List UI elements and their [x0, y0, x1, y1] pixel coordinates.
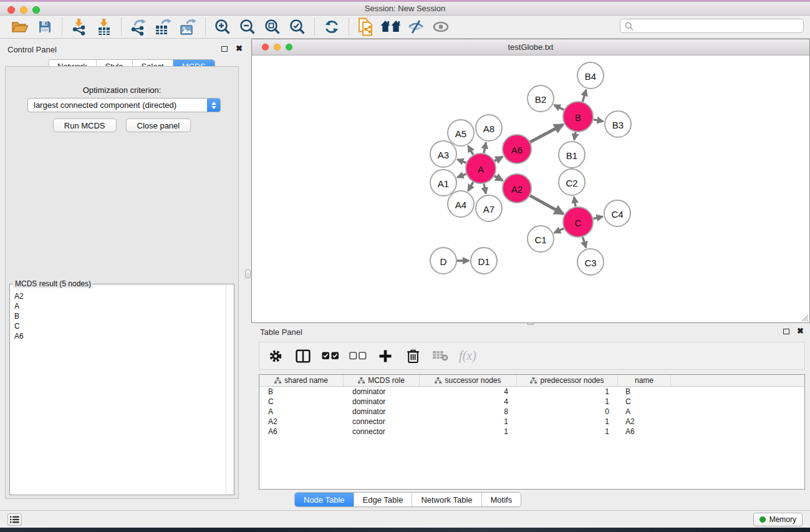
- network-canvas[interactable]: AA1A2A3A4A5A6A7A8BB1B2B3B4CC1C2C3C4DD1: [252, 56, 809, 323]
- tab-motifs[interactable]: Motifs: [481, 493, 521, 506]
- cell-shared-name[interactable]: C: [259, 397, 344, 407]
- graph-edge-C-C2[interactable]: [574, 197, 576, 207]
- show-all-button[interactable]: [428, 17, 453, 37]
- cell-mcds-role[interactable]: dominator: [344, 387, 420, 397]
- column-header-name[interactable]: name: [618, 375, 671, 386]
- graph-edge-A-A1[interactable]: [457, 174, 466, 178]
- open-file-button[interactable]: [7, 17, 32, 37]
- cell-successor[interactable]: 8: [420, 407, 517, 417]
- graph-edge-A-A5[interactable]: [468, 146, 473, 155]
- table-row[interactable]: A2 connector 1 1 A2: [259, 417, 804, 427]
- cell-name[interactable]: A2: [618, 417, 671, 427]
- result-item[interactable]: C: [14, 321, 221, 331]
- network-minimize-button[interactable]: [274, 44, 281, 51]
- cell-name[interactable]: C: [618, 397, 671, 407]
- tab-edge-table[interactable]: Edge Table: [354, 493, 412, 506]
- delete-table-button[interactable]: [429, 345, 451, 367]
- result-scrollbar[interactable]: [226, 285, 234, 494]
- graph-edge-A-A7[interactable]: [484, 184, 486, 194]
- maximize-window-button[interactable]: [32, 6, 40, 14]
- cell-predecessor[interactable]: 1: [517, 427, 618, 437]
- cell-shared-name[interactable]: A6: [259, 427, 344, 437]
- graph-edge-B-B4[interactable]: [582, 90, 586, 102]
- cell-predecessor[interactable]: 0: [517, 407, 618, 417]
- close-window-button[interactable]: [7, 6, 15, 14]
- graph-edge-A6-B[interactable]: [530, 125, 563, 142]
- cell-shared-name[interactable]: A: [259, 407, 344, 417]
- column-header-shared-name[interactable]: shared name: [259, 375, 344, 386]
- table-settings-button[interactable]: [264, 345, 287, 367]
- zoom-out-button[interactable]: [235, 17, 260, 37]
- graph-edge-A2-C[interactable]: [530, 196, 563, 214]
- result-item[interactable]: A6: [14, 331, 221, 341]
- export-network-button[interactable]: [126, 17, 151, 37]
- control-panel-float-icon[interactable]: [221, 46, 228, 52]
- zoom-selected-button[interactable]: [285, 17, 310, 37]
- add-column-button[interactable]: [374, 345, 397, 367]
- result-item[interactable]: A: [14, 301, 221, 311]
- zoom-in-button[interactable]: [210, 17, 235, 37]
- network-close-button[interactable]: [262, 44, 269, 51]
- minimize-window-button[interactable]: [20, 6, 27, 14]
- dropdown-stepper[interactable]: [207, 99, 220, 112]
- export-image-button[interactable]: [176, 17, 201, 37]
- toolbar-search-field[interactable]: [620, 19, 804, 33]
- table-row[interactable]: B dominator 4 1 B: [259, 387, 804, 397]
- zoom-fit-button[interactable]: [260, 17, 285, 37]
- control-panel-close-icon[interactable]: ✖: [236, 46, 243, 52]
- apply-layout-button[interactable]: [319, 17, 344, 37]
- column-header-predecessor-nodes[interactable]: predecessor nodes: [517, 375, 618, 386]
- graph-edge-B-B3[interactable]: [594, 120, 604, 122]
- search-input[interactable]: [637, 22, 799, 31]
- column-header-mcds-role[interactable]: MCDS role: [344, 375, 420, 386]
- cell-successor[interactable]: 1: [420, 427, 517, 437]
- table-panel-float-icon[interactable]: [783, 329, 789, 334]
- delete-columns-button[interactable]: [402, 345, 424, 367]
- task-history-button[interactable]: [7, 513, 22, 526]
- table-row[interactable]: A dominator 8 0 A: [259, 407, 804, 417]
- cell-predecessor[interactable]: 1: [517, 387, 618, 397]
- tab-node-table[interactable]: Node Table: [295, 493, 354, 506]
- cell-mcds-role[interactable]: connector: [344, 427, 420, 437]
- show-columns-button[interactable]: [292, 345, 314, 367]
- close-panel-button[interactable]: Close panel: [126, 118, 191, 132]
- run-mcds-button[interactable]: Run MCDS: [53, 118, 117, 132]
- window-resize-grip[interactable]: [799, 312, 809, 322]
- mcds-result-list[interactable]: A2 A B C A6: [11, 288, 225, 494]
- import-table-button[interactable]: [92, 17, 117, 37]
- import-network-button[interactable]: [67, 17, 92, 37]
- cell-mcds-role[interactable]: connector: [344, 417, 420, 427]
- cell-predecessor[interactable]: 1: [517, 417, 618, 427]
- select-all-button[interactable]: [319, 345, 342, 367]
- panel-divider-grip[interactable]: [245, 269, 251, 278]
- network-maximize-button[interactable]: [286, 44, 292, 51]
- column-header-successor-nodes[interactable]: successor nodes: [420, 375, 517, 386]
- graph-edge-A-A6[interactable]: [494, 157, 503, 161]
- graph-edge-A-A3[interactable]: [457, 160, 466, 163]
- graph-edge-B-B1[interactable]: [574, 132, 576, 140]
- result-item[interactable]: B: [14, 311, 221, 321]
- export-table-button[interactable]: [151, 17, 176, 37]
- cell-name[interactable]: B: [618, 387, 671, 397]
- first-neighbors-button[interactable]: [378, 17, 403, 37]
- cell-predecessor[interactable]: 1: [517, 397, 618, 407]
- cell-mcds-role[interactable]: dominator: [344, 397, 420, 407]
- deselect-all-button[interactable]: [347, 345, 369, 367]
- cell-shared-name[interactable]: B: [259, 387, 344, 397]
- graph-edge-C-C1[interactable]: [554, 228, 564, 233]
- hide-selected-button[interactable]: [403, 17, 428, 37]
- graph-edge-A-A8[interactable]: [484, 143, 486, 153]
- network-from-selection-button[interactable]: [354, 17, 378, 37]
- graph-edge-A-A2[interactable]: [494, 176, 503, 180]
- criterion-dropdown[interactable]: largest connected component (directed): [27, 98, 221, 112]
- graph-edge-A-A4[interactable]: [468, 182, 473, 191]
- cell-mcds-role[interactable]: dominator: [344, 407, 420, 417]
- tab-network-table[interactable]: Network Table: [412, 493, 481, 506]
- result-item[interactable]: A2: [14, 291, 221, 301]
- table-row[interactable]: C dominator 4 1 C: [259, 397, 804, 407]
- function-builder-button[interactable]: f(x): [456, 345, 479, 367]
- graph-edge-C-C4[interactable]: [593, 216, 602, 218]
- cell-name[interactable]: A6: [618, 427, 671, 437]
- graph-edge-B-B2[interactable]: [554, 105, 564, 110]
- cell-successor[interactable]: 1: [420, 417, 517, 427]
